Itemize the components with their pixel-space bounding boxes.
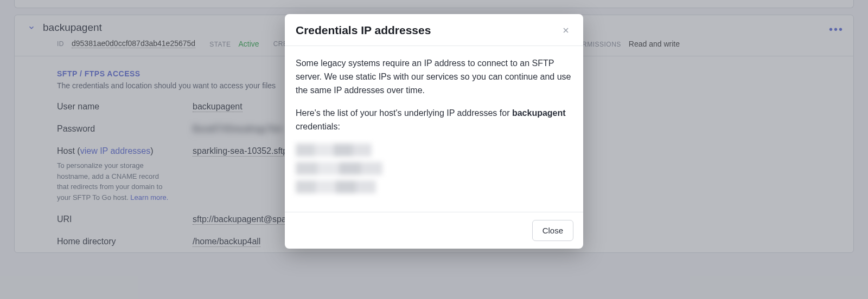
modal-title: Credentials IP addresses bbox=[296, 24, 431, 37]
modal-para2-strong: backupagent bbox=[512, 108, 566, 118]
ip-list bbox=[296, 144, 572, 193]
modal-para2-prefix: Here's the list of your host's underlyin… bbox=[296, 108, 512, 118]
modal-para2: Here's the list of your host's underlyin… bbox=[296, 107, 572, 134]
ip-row bbox=[296, 180, 376, 193]
ip-row bbox=[296, 144, 372, 157]
ip-row bbox=[296, 162, 382, 175]
modal-para1: Some legacy systems require an IP addres… bbox=[296, 57, 572, 97]
close-button[interactable]: Close bbox=[532, 220, 573, 241]
ip-addresses-modal: Credentials IP addresses Some legacy sys… bbox=[285, 14, 583, 249]
close-icon[interactable] bbox=[559, 24, 572, 37]
modal-para2-suffix: credentials: bbox=[296, 122, 340, 131]
